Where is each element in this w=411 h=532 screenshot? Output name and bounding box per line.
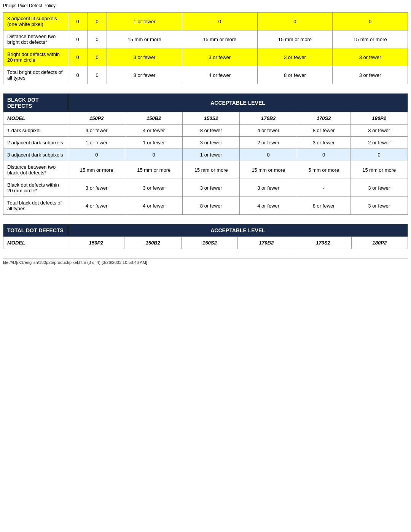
- cell-value: 0: [68, 48, 88, 66]
- model-170s2: 170S2: [297, 112, 350, 125]
- cell-value: 3 or fewer: [297, 137, 350, 149]
- cell-value: 15 mm or more: [68, 161, 125, 179]
- row-label: 2 adjacent dark subpixels: [3, 137, 68, 149]
- model-150b2: 150B2: [124, 237, 182, 249]
- black-dot-header-right: ACCEPTABLE LEVEL: [68, 94, 408, 112]
- cell-value: 0: [88, 66, 107, 84]
- cell-value: 8 or fewer: [297, 197, 350, 215]
- cell-value: 0: [88, 30, 107, 48]
- table-header-row: BLACK DOT DEFECTS ACCEPTABLE LEVEL: [3, 94, 408, 112]
- table-row: Total black dot defects of all types 4 o…: [3, 197, 408, 215]
- model-150b2: 150B2: [125, 112, 182, 125]
- cell-value: -: [297, 179, 350, 197]
- cell-value: 3 or fewer: [257, 48, 333, 66]
- row-label: Black dot defects within 20 mm circle*: [3, 179, 68, 197]
- black-dot-table: BLACK DOT DEFECTS ACCEPTABLE LEVEL MODEL…: [3, 93, 408, 215]
- model-150s2: 150S2: [182, 112, 239, 125]
- row-label: 1 dark subpixel: [3, 125, 68, 137]
- cell-value: 4 or fewer: [240, 197, 297, 215]
- table-header-row: TOTAL DOT DEFECTS ACCEPTABLE LEVEL: [3, 224, 408, 237]
- row-label: Total black dot defects of all types: [3, 197, 68, 215]
- model-row: MODEL 150P2 150B2 150S2 170B2 170S2 180P…: [3, 112, 408, 125]
- cell-value: 3 or fewer: [182, 48, 257, 66]
- model-label: MODEL: [3, 237, 68, 249]
- table-row: Black dot defects within 20 mm circle* 3…: [3, 179, 408, 197]
- cell-value: 3 or fewer: [182, 137, 239, 149]
- model-150p2: 150P2: [68, 237, 124, 249]
- row-label: Total bright dot defects of all types: [3, 66, 68, 84]
- cell-value: 4 or fewer: [68, 125, 125, 137]
- table-row: Distance between two black dot defects* …: [3, 161, 408, 179]
- cell-value: 4 or fewer: [240, 125, 297, 137]
- cell-value: 3 or fewer: [350, 197, 408, 215]
- cell-value: 1 or fewer: [107, 13, 182, 30]
- total-dot-header-right: ACCEPTABLE LEVEL: [68, 224, 408, 237]
- black-dot-header-left: BLACK DOT DEFECTS: [3, 94, 68, 112]
- cell-value: 3 or fewer: [333, 66, 408, 84]
- cell-value: 0: [350, 149, 408, 161]
- cell-value: 15 mm or more: [107, 30, 182, 48]
- cell-value: 3 or fewer: [350, 179, 408, 197]
- cell-value: 8 or fewer: [182, 197, 239, 215]
- cell-value: 3 or fewer: [125, 179, 182, 197]
- cell-value: 0: [68, 30, 88, 48]
- model-170s2: 170S2: [295, 237, 351, 249]
- table-row: 2 adjacent dark subpixels 1 or fewer 1 o…: [3, 137, 408, 149]
- cell-value: 15 mm or more: [125, 161, 182, 179]
- cell-value: 3 or fewer: [107, 48, 182, 66]
- table-row: Distance between two bright dot defects*…: [3, 30, 408, 48]
- cell-value: 15 mm or more: [182, 30, 257, 48]
- cell-value: 2 or fewer: [240, 137, 297, 149]
- row-label: Bright dot defects within 20 mm circle: [3, 48, 68, 66]
- cell-value: 5 mm or more: [297, 161, 350, 179]
- cell-value: 15 mm or more: [257, 30, 333, 48]
- cell-value: 0: [68, 13, 88, 30]
- row-label: 3 adjacent dark subpixels: [3, 149, 68, 161]
- cell-value: 15 mm or more: [240, 161, 297, 179]
- status-bar: file:///D|/K1/english/180p2b/product/pix…: [3, 258, 408, 265]
- cell-value: 8 or fewer: [107, 66, 182, 84]
- cell-value: 4 or fewer: [182, 66, 257, 84]
- model-170b2: 170B2: [238, 237, 295, 249]
- cell-value: 1 or fewer: [68, 137, 125, 149]
- table-row: Bright dot defects within 20 mm circle 0…: [3, 48, 408, 66]
- model-180p2: 180P2: [351, 237, 408, 249]
- cell-value: 0: [297, 149, 350, 161]
- table-row: 3 adjacent lit subpixels (one white pixe…: [3, 13, 408, 30]
- row-label: Distance between two bright dot defects*: [3, 30, 68, 48]
- cell-value: 4 or fewer: [125, 197, 182, 215]
- table-row: Total bright dot defects of all types 0 …: [3, 66, 408, 84]
- total-dot-table: TOTAL DOT DEFECTS ACCEPTABLE LEVEL MODEL…: [3, 224, 408, 249]
- model-row: MODEL 150P2 150B2 150S2 170B2 170S2 180P…: [3, 237, 408, 249]
- model-180p2: 180P2: [350, 112, 408, 125]
- cell-value: 15 mm or more: [350, 161, 408, 179]
- model-label: MODEL: [3, 112, 68, 125]
- cell-value: 2 or fewer: [350, 137, 408, 149]
- model-150s2: 150S2: [182, 237, 238, 249]
- cell-value: 1 or fewer: [125, 137, 182, 149]
- cell-value: 4 or fewer: [125, 125, 182, 137]
- table-row: 3 adjacent dark subpixels 0 0 1 or fewer…: [3, 149, 408, 161]
- cell-value: 0: [88, 13, 107, 30]
- cell-value: 0: [182, 13, 257, 30]
- cell-value: 4 or fewer: [68, 197, 125, 215]
- page-title: Philips Pixel Defect Policy: [3, 3, 408, 8]
- cell-value: 15 mm or more: [333, 30, 408, 48]
- cell-value: 8 or fewer: [257, 66, 333, 84]
- cell-value: 1 or fewer: [182, 149, 239, 161]
- row-label: 3 adjacent lit subpixels (one white pixe…: [3, 13, 68, 30]
- model-150p2: 150P2: [68, 112, 125, 125]
- cell-value: 3 or fewer: [182, 179, 239, 197]
- bright-dot-table: 3 adjacent lit subpixels (one white pixe…: [3, 12, 408, 84]
- cell-value: 0: [68, 149, 125, 161]
- model-170b2: 170B2: [240, 112, 297, 125]
- cell-value: 3 or fewer: [333, 48, 408, 66]
- row-label: Distance between two black dot defects*: [3, 161, 68, 179]
- cell-value: 8 or fewer: [182, 125, 239, 137]
- cell-value: 0: [257, 13, 333, 30]
- table-row: 1 dark subpixel 4 or fewer 4 or fewer 8 …: [3, 125, 408, 137]
- cell-value: 0: [333, 13, 408, 30]
- cell-value: 15 mm or more: [182, 161, 239, 179]
- cell-value: 0: [125, 149, 182, 161]
- cell-value: 3 or fewer: [68, 179, 125, 197]
